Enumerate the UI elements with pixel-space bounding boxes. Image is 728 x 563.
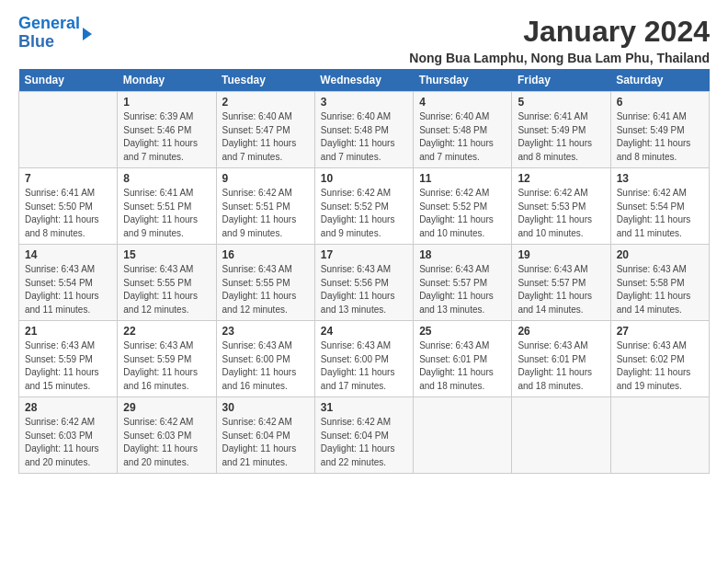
header: General Blue January 2024 Nong Bua Lamph… — [18, 15, 710, 65]
week-row-5: 28Sunrise: 6:42 AM Sunset: 6:03 PM Dayli… — [19, 397, 710, 474]
day-number: 12 — [518, 172, 604, 185]
calendar-cell: 31Sunrise: 6:42 AM Sunset: 6:04 PM Dayli… — [314, 397, 413, 474]
day-number: 30 — [222, 401, 309, 414]
calendar-cell: 5Sunrise: 6:41 AM Sunset: 5:49 PM Daylig… — [512, 92, 610, 168]
day-info: Sunrise: 6:39 AM Sunset: 5:46 PM Dayligh… — [123, 110, 210, 164]
calendar-cell: 2Sunrise: 6:40 AM Sunset: 5:47 PM Daylig… — [216, 92, 314, 168]
day-number: 26 — [518, 325, 604, 338]
calendar-cell: 28Sunrise: 6:42 AM Sunset: 6:03 PM Dayli… — [19, 397, 118, 474]
calendar-cell: 7Sunrise: 6:41 AM Sunset: 5:50 PM Daylig… — [19, 168, 118, 245]
day-number: 22 — [123, 325, 210, 338]
week-row-3: 14Sunrise: 6:43 AM Sunset: 5:54 PM Dayli… — [19, 245, 710, 321]
day-info: Sunrise: 6:43 AM Sunset: 6:01 PM Dayligh… — [419, 339, 506, 393]
day-number: 9 — [222, 172, 309, 185]
logo: General Blue — [18, 15, 92, 52]
day-number: 15 — [123, 248, 210, 261]
day-info: Sunrise: 6:42 AM Sunset: 5:54 PM Dayligh… — [617, 187, 703, 240]
calendar-cell: 14Sunrise: 6:43 AM Sunset: 5:54 PM Dayli… — [19, 245, 118, 321]
day-info: Sunrise: 6:41 AM Sunset: 5:50 PM Dayligh… — [25, 187, 111, 240]
logo-text: General Blue — [18, 15, 80, 52]
calendar-cell: 8Sunrise: 6:41 AM Sunset: 5:51 PM Daylig… — [118, 168, 216, 245]
calendar-cell: 16Sunrise: 6:43 AM Sunset: 5:55 PM Dayli… — [216, 245, 314, 321]
calendar-cell: 1Sunrise: 6:39 AM Sunset: 5:46 PM Daylig… — [118, 92, 216, 168]
day-number: 4 — [419, 96, 506, 109]
weekday-header-sunday: Sunday — [19, 69, 118, 92]
day-info: Sunrise: 6:43 AM Sunset: 5:58 PM Dayligh… — [617, 263, 703, 316]
day-number: 21 — [25, 325, 111, 338]
day-info: Sunrise: 6:43 AM Sunset: 6:00 PM Dayligh… — [321, 339, 407, 393]
day-info: Sunrise: 6:42 AM Sunset: 6:03 PM Dayligh… — [25, 416, 111, 469]
day-info: Sunrise: 6:43 AM Sunset: 5:55 PM Dayligh… — [222, 263, 309, 316]
day-number: 28 — [25, 401, 111, 414]
calendar-cell: 21Sunrise: 6:43 AM Sunset: 5:59 PM Dayli… — [19, 321, 118, 397]
logo-blue: Blue — [18, 32, 54, 51]
day-number: 7 — [25, 172, 111, 185]
day-info: Sunrise: 6:42 AM Sunset: 5:53 PM Dayligh… — [518, 187, 604, 240]
weekday-header-friday: Friday — [512, 69, 610, 92]
day-info: Sunrise: 6:42 AM Sunset: 6:04 PM Dayligh… — [321, 416, 407, 469]
day-info: Sunrise: 6:43 AM Sunset: 5:57 PM Dayligh… — [518, 263, 604, 316]
day-number: 24 — [321, 325, 407, 338]
day-number: 17 — [321, 248, 407, 261]
day-info: Sunrise: 6:41 AM Sunset: 5:51 PM Dayligh… — [123, 187, 210, 240]
day-number: 10 — [321, 172, 407, 185]
day-info: Sunrise: 6:41 AM Sunset: 5:49 PM Dayligh… — [518, 110, 604, 164]
day-info: Sunrise: 6:43 AM Sunset: 6:01 PM Dayligh… — [518, 339, 604, 393]
day-number: 25 — [419, 325, 506, 338]
day-info: Sunrise: 6:43 AM Sunset: 5:59 PM Dayligh… — [123, 339, 210, 393]
calendar-cell — [512, 397, 610, 474]
day-number: 29 — [123, 401, 210, 414]
calendar-cell: 9Sunrise: 6:42 AM Sunset: 5:51 PM Daylig… — [216, 168, 314, 245]
month-title: January 2024 — [409, 15, 710, 49]
weekday-header-row: SundayMondayTuesdayWednesdayThursdayFrid… — [19, 69, 710, 92]
calendar-cell: 13Sunrise: 6:42 AM Sunset: 5:54 PM Dayli… — [610, 168, 709, 245]
calendar-cell: 26Sunrise: 6:43 AM Sunset: 6:01 PM Dayli… — [512, 321, 610, 397]
calendar-cell: 30Sunrise: 6:42 AM Sunset: 6:04 PM Dayli… — [216, 397, 314, 474]
calendar-cell: 19Sunrise: 6:43 AM Sunset: 5:57 PM Dayli… — [512, 245, 610, 321]
day-number: 19 — [518, 248, 604, 261]
calendar-cell: 27Sunrise: 6:43 AM Sunset: 6:02 PM Dayli… — [610, 321, 709, 397]
day-number: 16 — [222, 248, 309, 261]
day-info: Sunrise: 6:43 AM Sunset: 5:56 PM Dayligh… — [321, 263, 407, 316]
calendar-cell: 20Sunrise: 6:43 AM Sunset: 5:58 PM Dayli… — [610, 245, 709, 321]
day-number: 5 — [518, 96, 604, 109]
day-info: Sunrise: 6:42 AM Sunset: 5:51 PM Dayligh… — [222, 187, 309, 240]
day-number: 1 — [123, 96, 210, 109]
calendar-cell: 3Sunrise: 6:40 AM Sunset: 5:48 PM Daylig… — [314, 92, 413, 168]
logo-arrow-icon — [83, 28, 92, 40]
day-number: 6 — [617, 96, 703, 109]
day-number: 3 — [321, 96, 407, 109]
day-number: 27 — [617, 325, 703, 338]
day-number: 13 — [617, 172, 703, 185]
day-info: Sunrise: 6:43 AM Sunset: 6:02 PM Dayligh… — [617, 339, 703, 393]
calendar-cell: 17Sunrise: 6:43 AM Sunset: 5:56 PM Dayli… — [314, 245, 413, 321]
calendar-cell: 11Sunrise: 6:42 AM Sunset: 5:52 PM Dayli… — [414, 168, 512, 245]
day-number: 20 — [617, 248, 703, 261]
day-info: Sunrise: 6:40 AM Sunset: 5:48 PM Dayligh… — [321, 110, 407, 164]
day-number: 18 — [419, 248, 506, 261]
calendar-cell: 25Sunrise: 6:43 AM Sunset: 6:01 PM Dayli… — [414, 321, 512, 397]
calendar-cell — [19, 92, 118, 168]
day-info: Sunrise: 6:41 AM Sunset: 5:49 PM Dayligh… — [617, 110, 703, 164]
day-info: Sunrise: 6:43 AM Sunset: 6:00 PM Dayligh… — [222, 339, 309, 393]
calendar-cell: 18Sunrise: 6:43 AM Sunset: 5:57 PM Dayli… — [414, 245, 512, 321]
calendar-cell: 12Sunrise: 6:42 AM Sunset: 5:53 PM Dayli… — [512, 168, 610, 245]
day-info: Sunrise: 6:42 AM Sunset: 6:03 PM Dayligh… — [123, 416, 210, 469]
day-number: 2 — [222, 96, 309, 109]
weekday-header-thursday: Thursday — [414, 69, 512, 92]
calendar-cell — [414, 397, 512, 474]
day-info: Sunrise: 6:42 AM Sunset: 5:52 PM Dayligh… — [419, 187, 506, 240]
calendar-cell: 6Sunrise: 6:41 AM Sunset: 5:49 PM Daylig… — [610, 92, 709, 168]
day-number: 31 — [321, 401, 407, 414]
calendar-cell: 15Sunrise: 6:43 AM Sunset: 5:55 PM Dayli… — [118, 245, 216, 321]
day-number: 14 — [25, 248, 111, 261]
day-info: Sunrise: 6:43 AM Sunset: 5:57 PM Dayligh… — [419, 263, 506, 316]
calendar-cell: 29Sunrise: 6:42 AM Sunset: 6:03 PM Dayli… — [118, 397, 216, 474]
calendar-cell — [610, 397, 709, 474]
day-number: 11 — [419, 172, 506, 185]
day-info: Sunrise: 6:40 AM Sunset: 5:48 PM Dayligh… — [419, 110, 506, 164]
week-row-2: 7Sunrise: 6:41 AM Sunset: 5:50 PM Daylig… — [19, 168, 710, 245]
week-row-1: 1Sunrise: 6:39 AM Sunset: 5:46 PM Daylig… — [19, 92, 710, 168]
week-row-4: 21Sunrise: 6:43 AM Sunset: 5:59 PM Dayli… — [19, 321, 710, 397]
calendar-cell: 24Sunrise: 6:43 AM Sunset: 6:00 PM Dayli… — [314, 321, 413, 397]
